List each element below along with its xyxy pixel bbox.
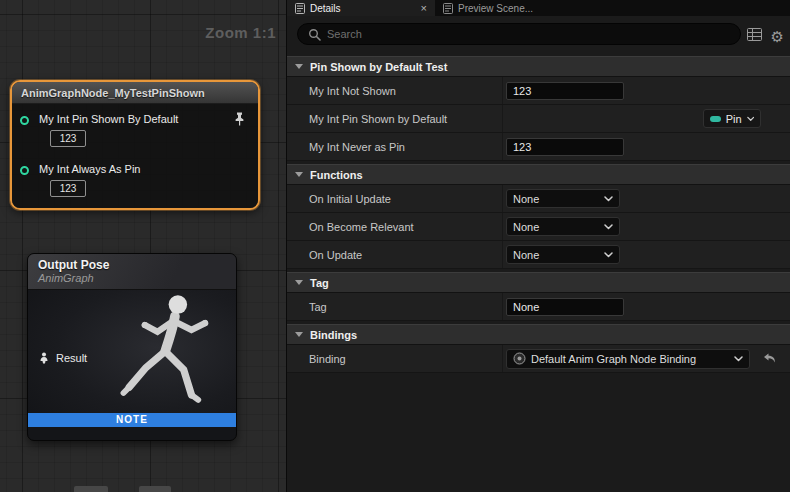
section-tag: Tag Tag — [287, 272, 790, 321]
note-banner: NOTE — [28, 413, 236, 427]
partial-node[interactable] — [74, 486, 108, 492]
section-header[interactable]: Pin Shown by Default Test — [287, 56, 790, 77]
pin-value-field[interactable]: 123 — [50, 180, 86, 197]
node-subtitle: AnimGraph — [38, 272, 236, 284]
chevron-down-icon — [604, 196, 613, 202]
chevron-down-icon — [734, 356, 743, 362]
property-row: On Update None — [287, 241, 790, 269]
chevron-down-icon — [295, 172, 303, 177]
property-label: My Int Never as Pin — [287, 141, 502, 153]
tab-label: Details — [310, 3, 416, 14]
pin-button-label: Pin — [726, 113, 742, 125]
node-body: My Int Pin Shown By Default 123 My Int A… — [12, 104, 258, 210]
node-body: Result NOTE — [28, 290, 236, 427]
int-pin-icon[interactable] — [20, 166, 29, 175]
result-pin-label: Result — [56, 352, 87, 364]
reset-to-default-icon[interactable] — [763, 353, 776, 364]
on-become-relevant-dropdown[interactable]: None — [506, 217, 620, 236]
my-int-not-shown-input[interactable] — [506, 82, 624, 100]
search-icon — [308, 28, 321, 41]
my-int-never-as-pin-input[interactable] — [506, 138, 624, 156]
section-title: Bindings — [310, 329, 357, 341]
pin-label: My Int Always As Pin — [39, 163, 140, 175]
property-row: On Initial Update None — [287, 185, 790, 213]
property-row: My Int Not Shown — [287, 77, 790, 105]
anim-graph-node[interactable]: AnimGraphNode_MyTestPinShown My Int Pin … — [10, 80, 260, 210]
property-label: Binding — [287, 353, 502, 365]
on-initial-update-dropdown[interactable]: None — [506, 189, 620, 208]
property-row: Binding Default Anim Graph Node Binding — [287, 345, 790, 373]
section-title: Pin Shown by Default Test — [310, 61, 447, 73]
property-label: Tag — [287, 301, 502, 313]
section-pin-shown-by-default-test: Pin Shown by Default Test My Int Not Sho… — [287, 56, 790, 161]
property-row: My Int Never as Pin — [287, 133, 790, 161]
property-label: On Become Relevant — [287, 221, 502, 233]
output-pose-node[interactable]: Output Pose AnimGraph — [27, 253, 237, 441]
pin-icon — [710, 116, 721, 122]
chevron-down-icon — [295, 280, 303, 285]
binding-icon — [513, 352, 526, 365]
partial-node[interactable] — [139, 486, 171, 492]
preview-scene-tab-icon — [443, 3, 453, 14]
section-header[interactable]: Tag — [287, 272, 790, 293]
anim-graph-canvas[interactable]: Zoom 1:1 AnimGraphNode_MyTestPinShown My… — [0, 0, 286, 492]
chevron-down-icon — [604, 252, 613, 258]
dropdown-value: None — [513, 249, 599, 261]
node-title-bar[interactable]: AnimGraphNode_MyTestPinShown — [12, 82, 258, 104]
section-bindings: Bindings Binding Default Anim Graph Node… — [287, 324, 790, 373]
tab-details[interactable]: Details × — [287, 0, 435, 16]
node-title-bar[interactable]: Output Pose AnimGraph — [28, 254, 236, 290]
pin-label: My Int Pin Shown By Default — [39, 113, 178, 125]
search-box — [297, 23, 741, 45]
panel-tab-bar: Details × Preview Scene... — [287, 0, 790, 16]
section-title: Tag — [310, 277, 329, 289]
int-pin-icon[interactable] — [20, 116, 29, 125]
details-toolbar: ⚙ — [287, 16, 790, 56]
section-title: Functions — [310, 169, 363, 181]
dropdown-value: None — [513, 193, 599, 205]
details-tab-icon — [295, 3, 305, 14]
property-label: My Int Pin Shown by Default — [287, 113, 502, 125]
pin-value-field[interactable]: 123 — [50, 130, 86, 147]
dropdown-value: None — [513, 221, 599, 233]
property-row: My Int Pin Shown by Default Pin — [287, 105, 790, 133]
on-update-dropdown[interactable]: None — [506, 245, 620, 264]
binding-dropdown[interactable]: Default Anim Graph Node Binding — [506, 349, 750, 369]
node-title: Output Pose — [38, 258, 236, 272]
section-functions: Functions On Initial Update None On Beco… — [287, 164, 790, 269]
pin-dropdown-button[interactable]: Pin — [703, 109, 761, 128]
tab-label: Preview Scene... — [458, 3, 577, 14]
property-label: On Update — [287, 249, 502, 261]
result-pose-pin[interactable]: Result — [38, 352, 87, 364]
close-icon[interactable]: × — [421, 3, 427, 13]
zoom-level-label: Zoom 1:1 — [205, 24, 276, 41]
gear-icon[interactable]: ⚙ — [771, 29, 784, 44]
tab-preview-scene[interactable]: Preview Scene... — [435, 0, 585, 16]
section-header[interactable]: Bindings — [287, 324, 790, 345]
property-row: Tag — [287, 293, 790, 321]
chevron-down-icon — [295, 64, 303, 69]
tag-input[interactable] — [506, 298, 624, 316]
section-header[interactable]: Functions — [287, 164, 790, 185]
pose-pin-icon — [38, 352, 50, 364]
search-input[interactable] — [327, 28, 730, 40]
details-panel: Details × Preview Scene... — [286, 0, 790, 492]
mannequin-thumbnail — [112, 291, 234, 427]
display-options-icon[interactable] — [747, 27, 762, 45]
chevron-down-icon — [747, 116, 754, 122]
chevron-down-icon — [604, 224, 613, 230]
pushpin-icon[interactable] — [233, 112, 246, 130]
dropdown-value: Default Anim Graph Node Binding — [531, 353, 729, 365]
property-label: My Int Not Shown — [287, 85, 502, 97]
property-row: On Become Relevant None — [287, 213, 790, 241]
property-label: On Initial Update — [287, 193, 502, 205]
editor-window: Zoom 1:1 AnimGraphNode_MyTestPinShown My… — [0, 0, 790, 492]
chevron-down-icon — [295, 332, 303, 337]
